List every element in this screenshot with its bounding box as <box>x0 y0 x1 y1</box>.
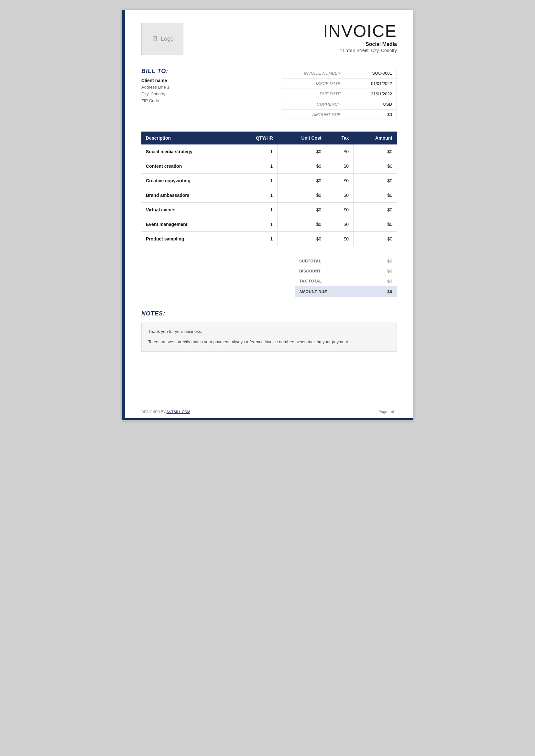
row-description: Social media strategy <box>141 145 234 159</box>
notes-section: NOTES: Thank you for your business. To e… <box>141 310 397 352</box>
row-qty: 1 <box>234 202 277 217</box>
table-header-row: Description QTY/HR Unit Cost Tax Amount <box>141 132 397 145</box>
col-tax: Tax <box>326 132 353 145</box>
due-date-label: DUE DATE <box>282 89 345 99</box>
row-qty: 1 <box>234 217 277 232</box>
logo-box: 🖥 Logo <box>141 23 183 55</box>
col-description: Description <box>141 132 234 145</box>
due-date-value: 31/01/2022 <box>345 89 397 99</box>
client-address-line3: ZIP Code <box>141 97 282 104</box>
amount-due-row: AMOUNT DUE $0 <box>295 286 397 297</box>
meta-amount-due-row: AMOUNT DUE $0 <box>282 110 397 120</box>
row-qty: 1 <box>234 174 277 188</box>
row-amount: $0 <box>353 202 397 217</box>
company-name: Social Media <box>323 41 397 47</box>
discount-row: DISCOUNT $0 <box>295 266 397 276</box>
items-table: Description QTY/HR Unit Cost Tax Amount … <box>141 132 397 246</box>
antbill-link[interactable]: ANTBILL.COM <box>166 410 190 414</box>
row-amount: $0 <box>353 217 397 232</box>
row-unit-cost: $0 <box>277 159 326 174</box>
row-unit-cost: $0 <box>277 202 326 217</box>
invoice-number-value: SOC-0001 <box>345 68 397 79</box>
page-info: Page 1 of 1 <box>379 410 397 414</box>
designed-by-text: DESIGNED BY <box>141 410 166 414</box>
tax-total-row: TAX TOTAL $0 <box>295 276 397 286</box>
meta-due-date-row: DUE DATE 31/01/2022 <box>282 89 397 99</box>
company-address: 11 Your Street, City, Country <box>323 48 397 53</box>
table-row: Product sampling 1 $0 $0 $0 <box>141 232 397 246</box>
col-qty: QTY/HR <box>234 132 277 145</box>
row-tax: $0 <box>326 202 353 217</box>
row-tax: $0 <box>326 188 353 202</box>
billing-section: BILL TO: Client name Address Line 1 City… <box>141 68 397 120</box>
row-unit-cost: $0 <box>277 174 326 188</box>
discount-value: $0 <box>369 266 397 276</box>
row-amount: $0 <box>353 188 397 202</box>
row-tax: $0 <box>326 159 353 174</box>
row-unit-cost: $0 <box>277 145 326 159</box>
invoice-number-label: INVOICE NUMBER <box>282 68 345 79</box>
invoice-header: 🖥 Logo INVOICE Social Media 11 Your Stre… <box>141 23 397 55</box>
row-unit-cost: $0 <box>277 232 326 246</box>
issue-date-label: ISSUE DATE <box>282 79 345 89</box>
note-1: Thank you for your business. <box>148 328 390 335</box>
currency-value: USD <box>345 99 397 110</box>
amount-due-total-label: AMOUNT DUE <box>295 286 369 297</box>
row-tax: $0 <box>326 217 353 232</box>
row-description: Event management <box>141 217 234 232</box>
row-amount: $0 <box>353 145 397 159</box>
amount-due-value: $0 <box>345 110 397 120</box>
row-description: Brand ambassadors <box>141 188 234 202</box>
notes-box: Thank you for your business. To ensure w… <box>141 322 397 352</box>
currency-label: CURRENCY <box>282 99 345 110</box>
invoice-title-block: INVOICE Social Media 11 Your Street, Cit… <box>323 23 397 53</box>
meta-issue-date-row: ISSUE DATE 01/01/2022 <box>282 79 397 89</box>
col-amount: Amount <box>353 132 397 145</box>
logo-text: Logo <box>161 36 174 42</box>
tax-total-label: TAX TOTAL <box>295 276 369 286</box>
subtotal-value: $0 <box>369 256 397 266</box>
meta-invoice-number-row: INVOICE NUMBER SOC-0001 <box>282 68 397 79</box>
invoice-footer: DESIGNED BY ANTBILL.COM Page 1 of 1 <box>141 410 397 414</box>
subtotal-label: SUBTOTAL <box>295 256 369 266</box>
row-tax: $0 <box>326 174 353 188</box>
row-qty: 1 <box>234 145 277 159</box>
amount-due-total-value: $0 <box>369 286 397 297</box>
row-description: Content creation <box>141 159 234 174</box>
invoice-title: INVOICE <box>323 23 397 40</box>
row-amount: $0 <box>353 159 397 174</box>
issue-date-value: 01/01/2022 <box>345 79 397 89</box>
amount-due-label: AMOUNT DUE <box>282 110 345 120</box>
table-row: Event management 1 $0 $0 $0 <box>141 217 397 232</box>
table-row: Brand ambassadors 1 $0 $0 $0 <box>141 188 397 202</box>
col-unit-cost: Unit Cost <box>277 132 326 145</box>
client-address-line2: City, Country <box>141 91 282 97</box>
footer-designed-by: DESIGNED BY ANTBILL.COM <box>141 410 190 414</box>
bill-to-label: BILL TO: <box>141 68 282 75</box>
row-tax: $0 <box>326 145 353 159</box>
row-tax: $0 <box>326 232 353 246</box>
client-name: Client name <box>141 78 282 83</box>
subtotal-row: SUBTOTAL $0 <box>295 256 397 266</box>
note-2: To ensure we correctly match your paymen… <box>148 338 390 345</box>
row-qty: 1 <box>234 188 277 202</box>
row-qty: 1 <box>234 232 277 246</box>
discount-label: DISCOUNT <box>295 266 369 276</box>
row-description: Creative copywriting <box>141 174 234 188</box>
row-unit-cost: $0 <box>277 217 326 232</box>
bottom-accent-bar <box>125 418 413 420</box>
totals-table: SUBTOTAL $0 DISCOUNT $0 TAX TOTAL $0 AMO… <box>295 256 397 297</box>
invoice-page: 🖥 Logo INVOICE Social Media 11 Your Stre… <box>122 10 413 420</box>
row-amount: $0 <box>353 174 397 188</box>
row-description: Product sampling <box>141 232 234 246</box>
row-description: Virtual events <box>141 202 234 217</box>
logo-icon: 🖥 <box>151 35 158 43</box>
totals-section: SUBTOTAL $0 DISCOUNT $0 TAX TOTAL $0 AMO… <box>141 256 397 297</box>
row-amount: $0 <box>353 232 397 246</box>
table-row: Creative copywriting 1 $0 $0 $0 <box>141 174 397 188</box>
row-unit-cost: $0 <box>277 188 326 202</box>
row-qty: 1 <box>234 159 277 174</box>
invoice-meta: INVOICE NUMBER SOC-0001 ISSUE DATE 01/01… <box>282 68 397 120</box>
tax-total-value: $0 <box>369 276 397 286</box>
table-row: Social media strategy 1 $0 $0 $0 <box>141 145 397 159</box>
